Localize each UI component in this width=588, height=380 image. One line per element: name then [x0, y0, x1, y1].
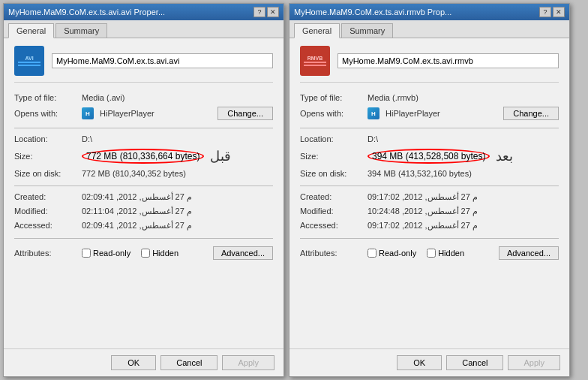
- accessed-label-1: Accessed:: [14, 221, 82, 230]
- accessed-row-2: Accessed: م 27 أغسطس, 2012, 09:17:02: [300, 221, 559, 231]
- close-button-2[interactable]: ✕: [553, 7, 565, 17]
- size-on-disk-label-2: Size on disk:: [300, 169, 368, 178]
- file-icon-1: AVI: [14, 46, 44, 76]
- type-label-1: Type of file:: [14, 93, 82, 102]
- ok-button-1[interactable]: OK: [111, 355, 156, 370]
- size-on-disk-row-1: Size on disk: 772 MB (810,340,352 bytes): [14, 169, 273, 178]
- modified-value-2: م 27 أغسطس, 2012, 10:24:48: [368, 207, 559, 216]
- opens-with-value-2: HiPlayerPlayer: [386, 109, 503, 118]
- created-value-2: م 27 أغسطس, 2012, 09:17:02: [368, 192, 559, 202]
- divider-2b: [300, 185, 559, 186]
- dialog-2: MyHome.MaM9.CoM.ex.ts.avi.rmvb Prop... ?…: [289, 3, 570, 377]
- modified-value-1: م 27 أغسطس, 2012, 02:11:04: [82, 207, 273, 216]
- size-label-1: Size:: [14, 152, 82, 161]
- size-on-disk-row-2: Size on disk: 394 MB (413,532,160 bytes): [300, 169, 559, 178]
- file-icon-2: RMVB: [300, 46, 330, 76]
- type-value-1: Media (.avi): [82, 93, 273, 102]
- divider-1c: [14, 238, 273, 239]
- ok-button-2[interactable]: OK: [397, 355, 442, 370]
- change-button-1[interactable]: Change...: [218, 107, 273, 120]
- modified-row-2: Modified: م 27 أغسطس, 2012, 10:24:48: [300, 207, 559, 216]
- location-value-1: D:\: [82, 134, 273, 143]
- modified-label-2: Modified:: [300, 207, 368, 216]
- title-bar-text-1: MyHome.MaM9.CoM.ex.ts.avi.avi Proper...: [8, 8, 254, 17]
- opens-with-label-1: Opens with:: [14, 109, 82, 118]
- readonly-input-2[interactable]: [368, 249, 376, 258]
- location-label-2: Location:: [300, 134, 368, 143]
- tab-general-2[interactable]: General: [294, 23, 340, 38]
- accessed-row-1: Accessed: م 27 أغسطس, 2012, 02:09:41: [14, 221, 273, 231]
- location-value-2: D:\: [368, 134, 559, 143]
- title-bar-text-2: MyHome.MaM9.CoM.ex.ts.avi.rmvb Prop...: [294, 8, 539, 17]
- title-bar-buttons-2: ? ✕: [539, 7, 565, 17]
- change-button-2[interactable]: Change...: [503, 107, 559, 120]
- advanced-button-1[interactable]: Advanced...: [213, 246, 273, 260]
- help-button-1[interactable]: ?: [254, 7, 266, 17]
- title-bar-1: MyHome.MaM9.CoM.ex.ts.avi.avi Proper... …: [4, 4, 284, 20]
- readonly-label-1: Read-only: [93, 249, 130, 258]
- tab-general-1[interactable]: General: [8, 23, 54, 38]
- help-button-2[interactable]: ?: [539, 7, 551, 17]
- file-header-2: RMVB MyHome.MaM9.CoM.ex.ts.avi.rmvb: [300, 46, 559, 83]
- created-value-1: م 27 أغسطس, 2012, 02:09:41: [82, 192, 273, 202]
- arabic-label-2: بعد: [496, 148, 513, 164]
- apply-button-1[interactable]: Apply: [222, 355, 274, 370]
- hidden-input-1[interactable]: [141, 249, 150, 258]
- divider-2a: [300, 128, 559, 128]
- size-value-1: 772 MB (810,336,664 bytes): [82, 149, 204, 164]
- opens-with-row-2: Opens with: H HiPlayerPlayer Change...: [300, 107, 559, 120]
- advanced-button-2[interactable]: Advanced...: [499, 246, 559, 260]
- tab-summary-2[interactable]: Summary: [341, 23, 393, 38]
- title-bar-2: MyHome.MaM9.CoM.ex.ts.avi.rmvb Prop... ?…: [290, 4, 569, 20]
- accessed-label-2: Accessed:: [300, 221, 368, 230]
- filename-box-1: MyHome.MaM9.CoM.ex.ts.avi.avi: [52, 53, 273, 68]
- location-row-1: Location: D:\: [14, 134, 273, 143]
- readonly-checkbox-2[interactable]: Read-only: [368, 249, 416, 258]
- hidden-label-1: Hidden: [152, 249, 178, 258]
- tab-summary-1[interactable]: Summary: [56, 23, 107, 38]
- app-icon-1: H: [82, 107, 94, 119]
- created-label-2: Created:: [300, 192, 368, 201]
- footer-2: OK Cancel Apply: [290, 348, 569, 376]
- hidden-label-2: Hidden: [438, 249, 464, 258]
- size-on-disk-value-2: 394 MB (413,532,160 bytes): [368, 169, 559, 178]
- content-2: RMVB MyHome.MaM9.CoM.ex.ts.avi.rmvb Type…: [290, 38, 569, 348]
- size-row-2: Size: 394 MB (413,528,508 bytes) بعد: [300, 148, 559, 164]
- readonly-input-1[interactable]: [82, 249, 91, 258]
- hidden-input-2[interactable]: [427, 249, 436, 258]
- size-value-2: 394 MB (413,528,508 bytes): [368, 149, 490, 164]
- divider-2c: [300, 238, 559, 239]
- size-row-1: Size: 772 MB (810,336,664 bytes) قبل: [14, 148, 273, 164]
- attributes-label-1: Attributes:: [14, 249, 82, 258]
- arabic-label-1: قبل: [210, 148, 231, 164]
- tabs-2: General Summary: [290, 20, 569, 38]
- app-icon-2: H: [368, 107, 380, 119]
- type-row-1: Type of file: Media (.avi): [14, 93, 273, 102]
- divider-1a: [14, 128, 273, 128]
- cancel-button-2[interactable]: Cancel: [446, 355, 503, 370]
- attributes-label-2: Attributes:: [300, 249, 368, 258]
- readonly-checkbox-1[interactable]: Read-only: [82, 249, 130, 258]
- type-label-2: Type of file:: [300, 93, 368, 102]
- divider-1b: [14, 185, 273, 186]
- accessed-value-1: م 27 أغسطس, 2012, 02:09:41: [82, 221, 273, 231]
- modified-row-1: Modified: م 27 أغسطس, 2012, 02:11:04: [14, 207, 273, 216]
- close-button-1[interactable]: ✕: [267, 7, 279, 17]
- apply-button-2[interactable]: Apply: [508, 355, 560, 370]
- title-bar-buttons-1: ? ✕: [254, 7, 279, 17]
- hidden-checkbox-2[interactable]: Hidden: [427, 249, 464, 258]
- cancel-button-1[interactable]: Cancel: [160, 355, 218, 370]
- modified-label-1: Modified:: [14, 207, 82, 216]
- type-row-2: Type of file: Media (.rmvb): [300, 93, 559, 102]
- opens-with-value-1: HiPlayerPlayer: [100, 109, 218, 118]
- readonly-label-2: Read-only: [379, 249, 416, 258]
- location-label-1: Location:: [14, 134, 82, 143]
- size-label-2: Size:: [300, 152, 368, 161]
- size-on-disk-value-1: 772 MB (810,340,352 bytes): [82, 169, 273, 178]
- hidden-checkbox-1[interactable]: Hidden: [141, 249, 178, 258]
- size-on-disk-label-1: Size on disk:: [14, 169, 82, 178]
- accessed-value-2: م 27 أغسطس, 2012, 09:17:02: [368, 221, 559, 231]
- created-row-1: Created: م 27 أغسطس, 2012, 02:09:41: [14, 192, 273, 202]
- attributes-row-1: Attributes: Read-only Hidden Advanced...: [14, 246, 273, 260]
- opens-with-row-1: Opens with: H HiPlayerPlayer Change...: [14, 107, 273, 120]
